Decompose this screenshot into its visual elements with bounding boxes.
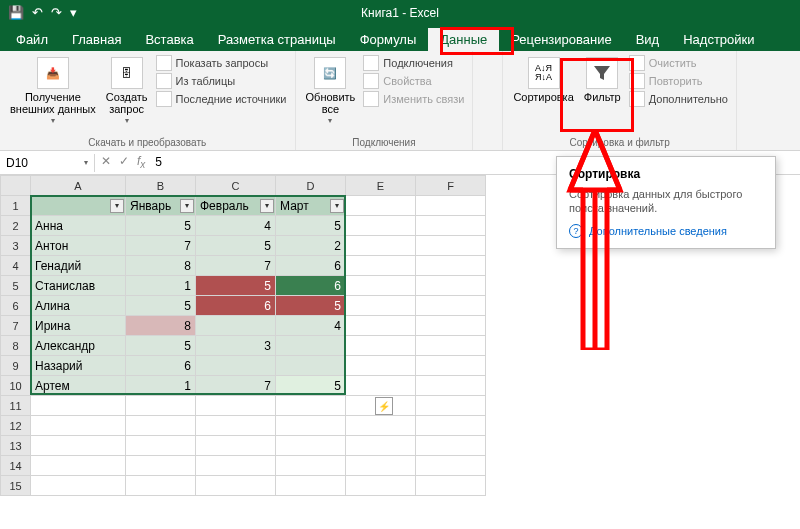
cell[interactable] bbox=[416, 376, 486, 396]
cell[interactable] bbox=[346, 376, 416, 396]
cell[interactable]: 7 bbox=[126, 236, 196, 256]
cell[interactable] bbox=[276, 436, 346, 456]
formula-input[interactable]: 5 bbox=[155, 155, 162, 169]
filter-button[interactable]: Фильтр bbox=[582, 55, 623, 105]
cell[interactable]: 5 bbox=[126, 336, 196, 356]
cell[interactable] bbox=[126, 416, 196, 436]
tooltip-help-link[interactable]: ? Дополнительные сведения bbox=[569, 224, 763, 238]
cell[interactable]: 4 bbox=[276, 316, 346, 336]
cell[interactable] bbox=[196, 456, 276, 476]
filter-dropdown-icon[interactable]: ▾ bbox=[260, 199, 274, 213]
column-header[interactable]: C bbox=[196, 176, 276, 196]
filter-dropdown-icon[interactable]: ▾ bbox=[110, 199, 124, 213]
cell[interactable]: 6 bbox=[126, 356, 196, 376]
column-header[interactable]: A bbox=[31, 176, 126, 196]
row-header[interactable]: 10 bbox=[1, 376, 31, 396]
row-header[interactable]: 11 bbox=[1, 396, 31, 416]
row-header[interactable]: 9 bbox=[1, 356, 31, 376]
row-header[interactable]: 8 bbox=[1, 336, 31, 356]
tab-addins[interactable]: Надстройки bbox=[671, 28, 766, 51]
cell[interactable]: 5 bbox=[126, 296, 196, 316]
cell[interactable] bbox=[416, 196, 486, 216]
cell[interactable]: Алина bbox=[31, 296, 126, 316]
cell[interactable] bbox=[31, 396, 126, 416]
cell[interactable]: 5 bbox=[276, 296, 346, 316]
cell[interactable] bbox=[276, 336, 346, 356]
tab-formulas[interactable]: Формулы bbox=[348, 28, 429, 51]
cell[interactable]: Анна bbox=[31, 216, 126, 236]
cancel-icon[interactable]: ✕ bbox=[101, 154, 111, 170]
select-all-cell[interactable] bbox=[1, 176, 31, 196]
cell[interactable] bbox=[346, 456, 416, 476]
tab-view[interactable]: Вид bbox=[624, 28, 672, 51]
cell[interactable] bbox=[126, 476, 196, 496]
reapply-button[interactable]: Повторить bbox=[629, 73, 728, 89]
cell[interactable]: Антон bbox=[31, 236, 126, 256]
cell[interactable] bbox=[346, 256, 416, 276]
refresh-all-button[interactable]: 🔄 Обновить все ▾ bbox=[304, 55, 358, 128]
advanced-filter-button[interactable]: Дополнительно bbox=[629, 91, 728, 107]
redo-icon[interactable]: ↷ bbox=[51, 5, 62, 20]
new-query-button[interactable]: 🗄 Создать запрос ▾ bbox=[104, 55, 150, 128]
table-header-cell[interactable]: ▾ bbox=[31, 196, 126, 216]
column-header[interactable]: D bbox=[276, 176, 346, 196]
cell[interactable] bbox=[346, 336, 416, 356]
cell[interactable] bbox=[416, 476, 486, 496]
cell[interactable]: 6 bbox=[196, 296, 276, 316]
cell[interactable] bbox=[346, 216, 416, 236]
cell[interactable] bbox=[346, 436, 416, 456]
cell[interactable] bbox=[416, 316, 486, 336]
cell[interactable] bbox=[346, 276, 416, 296]
cell[interactable]: 7 bbox=[196, 256, 276, 276]
from-table-button[interactable]: Из таблицы bbox=[156, 73, 287, 89]
cell[interactable] bbox=[346, 236, 416, 256]
tab-insert[interactable]: Вставка bbox=[133, 28, 205, 51]
row-header[interactable]: 7 bbox=[1, 316, 31, 336]
cell[interactable] bbox=[276, 396, 346, 416]
cell[interactable]: 5 bbox=[276, 216, 346, 236]
column-header[interactable]: B bbox=[126, 176, 196, 196]
cell[interactable]: 5 bbox=[196, 236, 276, 256]
properties-button[interactable]: Свойства bbox=[363, 73, 464, 89]
cell[interactable]: 7 bbox=[196, 376, 276, 396]
fx-icon[interactable]: fx bbox=[137, 154, 145, 170]
cell[interactable] bbox=[276, 476, 346, 496]
cell[interactable] bbox=[126, 436, 196, 456]
cell[interactable] bbox=[346, 356, 416, 376]
cell[interactable]: 2 bbox=[276, 236, 346, 256]
cell[interactable]: 5 bbox=[126, 216, 196, 236]
enter-icon[interactable]: ✓ bbox=[119, 154, 129, 170]
edit-links-button[interactable]: Изменить связи bbox=[363, 91, 464, 107]
cell[interactable] bbox=[276, 456, 346, 476]
cell[interactable] bbox=[416, 276, 486, 296]
cell[interactable]: 6 bbox=[276, 256, 346, 276]
cell[interactable]: Александр bbox=[31, 336, 126, 356]
table-header-cell[interactable]: Январь▾ bbox=[126, 196, 196, 216]
row-header[interactable]: 15 bbox=[1, 476, 31, 496]
cell[interactable]: 1 bbox=[126, 276, 196, 296]
cell[interactable] bbox=[416, 236, 486, 256]
cell[interactable] bbox=[196, 396, 276, 416]
cell[interactable] bbox=[416, 396, 486, 416]
cell[interactable]: Генадий bbox=[31, 256, 126, 276]
save-icon[interactable]: 💾 bbox=[8, 5, 24, 20]
cell[interactable] bbox=[31, 416, 126, 436]
connections-button[interactable]: Подключения bbox=[363, 55, 464, 71]
smart-tag-icon[interactable]: ⚡ bbox=[375, 397, 393, 415]
column-header[interactable]: E bbox=[346, 176, 416, 196]
row-header[interactable]: 1 bbox=[1, 196, 31, 216]
tab-review[interactable]: Рецензирование bbox=[499, 28, 623, 51]
tab-home[interactable]: Главная bbox=[60, 28, 133, 51]
filter-dropdown-icon[interactable]: ▾ bbox=[180, 199, 194, 213]
row-header[interactable]: 2 bbox=[1, 216, 31, 236]
show-queries-button[interactable]: Показать запросы bbox=[156, 55, 287, 71]
cell[interactable] bbox=[416, 356, 486, 376]
cell[interactable]: 6 bbox=[276, 276, 346, 296]
cell[interactable] bbox=[346, 476, 416, 496]
table-header-cell[interactable]: Февраль▾ bbox=[196, 196, 276, 216]
cell[interactable]: 3 bbox=[196, 336, 276, 356]
cell[interactable] bbox=[346, 196, 416, 216]
cell[interactable] bbox=[416, 336, 486, 356]
row-header[interactable]: 6 bbox=[1, 296, 31, 316]
cell[interactable]: Ирина bbox=[31, 316, 126, 336]
